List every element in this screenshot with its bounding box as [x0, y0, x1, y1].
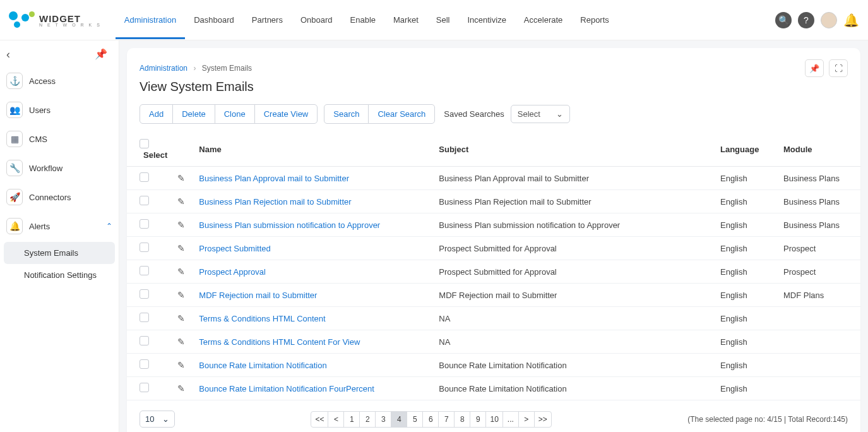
- page-4[interactable]: 4: [391, 411, 407, 428]
- edit-icon[interactable]: ✎: [177, 290, 185, 300]
- nav-incentivize[interactable]: Incentivize: [458, 1, 514, 39]
- breadcrumb-root[interactable]: Administration: [140, 64, 187, 73]
- email-module: Business Plans: [778, 190, 860, 213]
- email-module: [778, 377, 860, 400]
- card-pin-icon[interactable]: 📌: [805, 59, 824, 77]
- edit-icon[interactable]: ✎: [177, 173, 185, 183]
- search-icon[interactable]: 🔍: [775, 12, 792, 28]
- sidebar-item-users[interactable]: 👥Users: [0, 95, 119, 124]
- page-10[interactable]: 10: [485, 411, 502, 428]
- edit-icon[interactable]: ✎: [177, 220, 185, 230]
- email-name-link[interactable]: Terms & Conditions HTML Content: [199, 314, 325, 323]
- sidebar-item-access[interactable]: ⚓Access: [0, 66, 119, 95]
- sidebar-sub-notification-settings[interactable]: Notification Settings: [4, 264, 115, 286]
- saved-searches-select[interactable]: Select ⌄: [511, 105, 570, 123]
- nav-reports[interactable]: Reports: [571, 1, 618, 39]
- table-row: ✎Business Plan Rejection mail to Submitt…: [127, 190, 860, 213]
- row-checkbox[interactable]: [140, 359, 149, 369]
- row-checkbox[interactable]: [140, 196, 149, 205]
- emails-table: SelectNameSubjectLanguageModule ✎Busines…: [127, 133, 860, 400]
- sidebar-alerts-icon: 🔔: [6, 218, 23, 234]
- row-checkbox[interactable]: [140, 383, 149, 392]
- email-name-link[interactable]: Business Plan submission notification to…: [199, 220, 380, 230]
- page-3[interactable]: 3: [375, 411, 391, 428]
- email-name-link[interactable]: Terms & Conditions HTML Content For View: [199, 337, 360, 347]
- nav-administration[interactable]: Administration: [116, 1, 185, 39]
- page->>[interactable]: >>: [534, 411, 552, 428]
- saved-searches-label: Saved Searches: [444, 109, 504, 119]
- edit-icon[interactable]: ✎: [177, 337, 185, 347]
- page-<[interactable]: <: [328, 411, 344, 428]
- help-icon[interactable]: ?: [798, 12, 814, 28]
- row-checkbox[interactable]: [140, 289, 149, 299]
- logo[interactable]: WIDGET N E T W O R K S: [9, 10, 102, 30]
- avatar[interactable]: [821, 12, 837, 28]
- edit-icon[interactable]: ✎: [177, 267, 185, 277]
- sidebar-pin-icon[interactable]: 📌: [95, 48, 107, 61]
- nav-partners[interactable]: Partners: [243, 1, 292, 39]
- page->[interactable]: >: [518, 411, 535, 428]
- sidebar-back-icon[interactable]: ‹: [6, 48, 10, 61]
- row-checkbox[interactable]: [140, 219, 149, 229]
- sidebar-users-icon: 👥: [6, 102, 23, 118]
- bell-icon[interactable]: 🔔: [843, 13, 859, 28]
- page-9[interactable]: 9: [470, 411, 486, 428]
- email-language: English: [715, 354, 778, 377]
- page-1[interactable]: 1: [343, 411, 360, 428]
- record-info: (The selected page no: 4/15 | Total Reco…: [687, 415, 848, 424]
- nav-market[interactable]: Market: [384, 1, 427, 39]
- row-checkbox[interactable]: [140, 172, 149, 182]
- select-all-checkbox[interactable]: [140, 139, 149, 148]
- page-size-select[interactable]: 10 ⌄: [140, 411, 175, 428]
- breadcrumb: Administration › System Emails: [140, 64, 252, 73]
- sidebar-item-workflow[interactable]: 🔧Workflow: [0, 153, 119, 183]
- email-name-link[interactable]: Business Plan Approval mail to Submitter: [199, 174, 349, 183]
- email-name-link[interactable]: Bounce Rate Limitation Notification: [199, 361, 326, 370]
- page-7[interactable]: 7: [438, 411, 455, 428]
- row-checkbox[interactable]: [140, 336, 149, 345]
- row-checkbox[interactable]: [140, 266, 149, 275]
- edit-icon[interactable]: ✎: [177, 360, 185, 370]
- logo-text: WIDGET N E T W O R K S: [39, 13, 102, 27]
- nav-dashboard[interactable]: Dashboard: [185, 1, 243, 39]
- clone-button[interactable]: Clone: [215, 104, 255, 124]
- sidebar-item-label: Connectors: [29, 193, 112, 202]
- email-language: English: [715, 167, 778, 190]
- clear-search-button[interactable]: Clear Search: [368, 104, 435, 124]
- nav-enable[interactable]: Enable: [342, 1, 384, 39]
- email-name-link[interactable]: Prospect Submitted: [199, 244, 270, 253]
- email-module: MDF Plans: [778, 284, 860, 307]
- sidebar-item-cms[interactable]: ▦CMS: [0, 124, 119, 153]
- expand-icon[interactable]: ⛶: [829, 59, 848, 77]
- nav-sell[interactable]: Sell: [427, 1, 459, 39]
- add-button[interactable]: Add: [140, 104, 173, 124]
- email-name-link[interactable]: Prospect Approval: [199, 267, 266, 277]
- row-checkbox[interactable]: [140, 243, 149, 252]
- page-...[interactable]: ...: [502, 411, 519, 428]
- edit-icon[interactable]: ✎: [177, 196, 185, 207]
- row-checkbox[interactable]: [140, 313, 149, 322]
- sidebar-sub-system-emails[interactable]: System Emails: [4, 242, 115, 264]
- nav-accelerate[interactable]: Accelerate: [515, 1, 571, 39]
- create-view-button[interactable]: Create View: [254, 104, 318, 124]
- nav-onboard[interactable]: Onboard: [292, 1, 342, 39]
- search-button[interactable]: Search: [324, 104, 369, 124]
- email-language: English: [715, 377, 778, 400]
- edit-icon[interactable]: ✎: [177, 313, 185, 323]
- sidebar-item-alerts[interactable]: 🔔Alerts⌃: [0, 212, 119, 241]
- edit-icon[interactable]: ✎: [177, 243, 185, 253]
- page-5[interactable]: 5: [407, 411, 423, 428]
- email-name-link[interactable]: Bounce Rate Limitation Notification Four…: [199, 384, 374, 393]
- delete-button[interactable]: Delete: [172, 104, 215, 124]
- page-<<[interactable]: <<: [311, 411, 328, 428]
- page-8[interactable]: 8: [454, 411, 470, 428]
- edit-icon[interactable]: ✎: [177, 383, 185, 393]
- email-name-link[interactable]: MDF Rejection mail to Submitter: [199, 291, 317, 300]
- email-name-link[interactable]: Business Plan Rejection mail to Submitte…: [199, 197, 351, 207]
- page-2[interactable]: 2: [359, 411, 376, 428]
- sidebar-item-connectors[interactable]: 🚀Connectors: [0, 183, 119, 212]
- page-6[interactable]: 6: [422, 411, 439, 428]
- table-row: ✎Prospect SubmittedProspect Submitted fo…: [127, 237, 860, 260]
- email-module: [778, 307, 860, 330]
- breadcrumb-leaf: System Emails: [202, 64, 252, 73]
